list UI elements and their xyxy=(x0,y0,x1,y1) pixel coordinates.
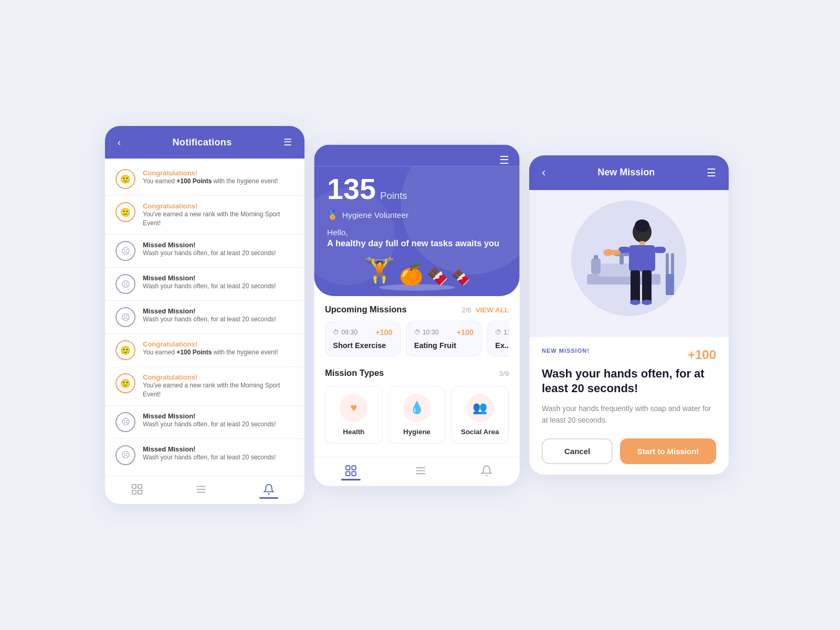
upcoming-meta: 2/6 VIEW ALL xyxy=(461,305,509,313)
notification-body: You've earned a new rank with the Mornin… xyxy=(143,381,294,399)
type-health[interactable]: ♥ Health xyxy=(325,385,383,443)
type-social[interactable]: 👥 Social Area xyxy=(451,385,509,443)
home-tab[interactable] xyxy=(131,484,143,499)
clock-icon: ⏱ 10:30 xyxy=(414,328,439,335)
social-label: Social Area xyxy=(461,427,499,435)
types-title: Mission Types xyxy=(325,368,384,378)
fruit-icon2: 🍫 xyxy=(427,266,448,286)
mission-card[interactable]: ⏱ 11:00 +100 Ex... xyxy=(487,321,509,356)
points-number: 135 xyxy=(327,172,376,205)
bottom-nav xyxy=(105,476,304,504)
menu-button[interactable]: ☰ xyxy=(284,136,292,148)
scene-content xyxy=(545,195,713,332)
notification-heading: Missed Mission! xyxy=(143,241,276,249)
happy-icon: 🙂 xyxy=(116,340,135,360)
social-icon-wrap: 👥 xyxy=(466,394,494,422)
notification-text: Congratulations! You've earned a new ran… xyxy=(143,202,294,228)
view-all-button[interactable]: VIEW ALL xyxy=(476,305,509,313)
svg-rect-25 xyxy=(629,245,655,271)
svg-rect-8 xyxy=(352,466,356,470)
notification-item[interactable]: 🙂 Congratulations! You've earned a new r… xyxy=(105,367,304,406)
notifications-list: 🙂 Congratulations! You earned +100 Point… xyxy=(105,159,304,475)
types-count: 3/9 xyxy=(499,369,509,377)
start-mission-button[interactable]: Start to Mission! xyxy=(620,438,716,464)
mission-cards-list: ⏱ 09:30 +100 Short Exercise ⏱ 10:30 +100… xyxy=(325,321,509,360)
notification-item[interactable]: ☹ Missed Mission! Wash your hands often,… xyxy=(105,301,304,334)
back-button[interactable]: ‹ xyxy=(118,137,121,148)
notification-item[interactable]: ☹ Missed Mission! Wash your hands often,… xyxy=(105,235,304,268)
notification-text: Missed Mission! Wash your hands often, f… xyxy=(143,274,276,291)
sad-icon: ☹ xyxy=(116,412,135,432)
notification-heading: Congratulations! xyxy=(143,340,278,348)
notification-text: Congratulations! You earned +100 Points … xyxy=(143,340,278,357)
notification-heading: Congratulations! xyxy=(143,169,278,177)
points-display: 135 Points xyxy=(327,172,507,205)
notification-item[interactable]: ☹ Missed Mission! Wash your hands often,… xyxy=(105,406,304,439)
svg-rect-31 xyxy=(642,270,652,302)
mission-card[interactable]: ⏱ 09:30 +100 Short Exercise xyxy=(325,321,401,356)
mission-time-row: ⏱ 09:30 +100 xyxy=(333,328,392,336)
svg-point-32 xyxy=(630,300,640,305)
notification-heading: Congratulations! xyxy=(143,202,294,210)
svg-rect-22 xyxy=(666,274,674,295)
mission-actions: Cancel Start to Mission! xyxy=(542,438,716,464)
health-icon-wrap: ♥ xyxy=(340,394,368,422)
notifications-tab[interactable] xyxy=(259,484,278,499)
mission-points: +100 xyxy=(375,328,392,336)
upcoming-count: 2/6 xyxy=(461,305,471,313)
mission-title: Wash your hands often, for at least 20 s… xyxy=(542,366,716,396)
mission-badge-row: NEW MISSION! +100 xyxy=(542,348,716,362)
happy-icon: 🙂 xyxy=(116,373,135,393)
notification-body: You've earned a new rank with the Mornin… xyxy=(143,210,294,228)
mission-description: Wash your hands frequently with soap and… xyxy=(542,403,716,426)
notification-item[interactable]: 🙂 Congratulations! You earned +100 Point… xyxy=(105,163,304,196)
kettlebell-icon: 🏋️ xyxy=(363,256,396,286)
new-mission-badge: NEW MISSION! xyxy=(542,348,590,354)
type-hygiene[interactable]: 💧 Hygiene xyxy=(388,385,446,443)
svg-rect-1 xyxy=(138,484,142,488)
notification-item[interactable]: 🙂 Congratulations! You earned +100 Point… xyxy=(105,334,304,367)
notification-text: Missed Mission! Wash your hands often, f… xyxy=(143,412,276,429)
svg-rect-30 xyxy=(631,270,640,302)
svg-rect-27 xyxy=(654,247,666,253)
menu-icon[interactable]: ☰ xyxy=(499,153,509,166)
cancel-button[interactable]: Cancel xyxy=(542,438,613,464)
notifications-screen: ‹ Notifications ☰ 🙂 Congratulations! You… xyxy=(105,126,304,503)
points-label: Points xyxy=(380,190,407,202)
home-tab[interactable] xyxy=(341,465,361,480)
notification-item[interactable]: 🙂 Congratulations! You've earned a new r… xyxy=(105,196,304,235)
notification-text: Missed Mission! Wash your hands often, f… xyxy=(143,307,276,324)
mission-name: Short Exercise xyxy=(333,341,392,349)
bathroom-scene-svg xyxy=(555,206,702,321)
mission-illustration xyxy=(529,190,729,337)
notification-item[interactable]: ☹ Missed Mission! Wash your hands often,… xyxy=(105,268,304,301)
notification-heading: Congratulations! xyxy=(143,373,294,381)
back-button[interactable]: ‹ xyxy=(542,166,545,180)
social-icon: 👥 xyxy=(472,401,487,415)
notification-body: You earned +100 Points with the hygiene … xyxy=(143,177,278,186)
health-icon: ♥ xyxy=(350,401,357,415)
notifications-tab[interactable] xyxy=(481,465,493,480)
menu-button[interactable]: ☰ xyxy=(707,166,716,179)
mission-card[interactable]: ⏱ 10:30 +100 Eating Fruit xyxy=(406,321,481,356)
list-tab[interactable] xyxy=(195,484,207,499)
notification-text: Missed Mission! Wash your hands often, f… xyxy=(143,445,276,462)
screens-container: ‹ Notifications ☰ 🙂 Congratulations! You… xyxy=(105,126,735,503)
rank-text: Hygiene Volunteer xyxy=(342,210,408,219)
fruit-icon3: 🍫 xyxy=(452,268,470,286)
notification-item[interactable]: ☹ Missed Mission! Wash your hands often,… xyxy=(105,439,304,471)
notification-body: Wash your hands often, for at least 20 s… xyxy=(143,453,276,462)
mission-types-list: ♥ Health 💧 Hygiene 👥 Social Area xyxy=(325,385,509,443)
mission-screen-title: New Mission xyxy=(597,167,655,178)
health-label: Health xyxy=(343,427,364,435)
list-tab[interactable] xyxy=(415,465,427,480)
hero-illustration: 🏋️ 🍊 🍫 🍫 xyxy=(363,256,470,290)
mission-name: Eating Fruit xyxy=(414,341,474,349)
sad-icon: ☹ xyxy=(116,445,135,465)
notification-heading: Missed Mission! xyxy=(143,307,276,315)
svg-rect-2 xyxy=(132,490,136,494)
bottom-nav xyxy=(314,456,519,486)
svg-rect-3 xyxy=(138,490,142,494)
greeting-hello: Hello, xyxy=(327,227,507,237)
new-mission-screen: ‹ New Mission ☰ xyxy=(529,155,729,475)
